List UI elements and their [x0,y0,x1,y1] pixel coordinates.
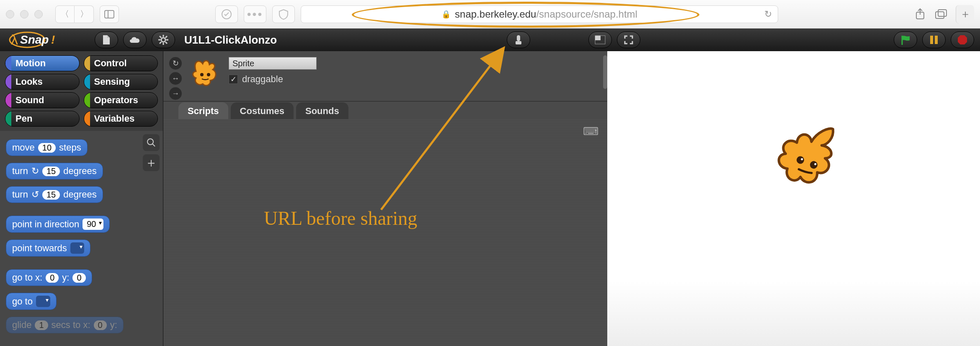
tab-sounds[interactable]: Sounds [296,102,348,119]
category-motion[interactable]: Motion [5,55,80,71]
turn-ccw-input[interactable]: 15 [42,190,60,200]
more-button[interactable]: ••• [244,5,266,23]
svg-rect-0 [105,10,114,18]
sprite-thumbnail[interactable] [188,55,222,91]
point-direction-input[interactable]: 90 [83,219,103,230]
svg-line-29 [152,144,155,146]
cloud-menu-button[interactable] [123,31,147,48]
close-window-icon[interactable] [6,10,14,18]
goto-target-input[interactable] [36,296,50,307]
svg-line-17 [165,42,167,44]
rotation-style-leftright[interactable]: ↔ [169,72,182,85]
project-title[interactable]: U1L1-ClickAlonzo [184,34,277,47]
svg-line-18 [165,36,167,38]
stage[interactable] [607,51,980,346]
block-turn-cw[interactable]: turn ↻ 15 degrees [6,163,103,180]
make-block-button[interactable]: ＋ [143,154,160,171]
annotation-text: URL before sharing [264,207,417,229]
sprite-on-stage[interactable] [771,114,846,202]
stage-handle-button[interactable] [507,31,530,48]
blocks-list: ＋ move 10 steps turn ↻ 15 degrees turn ↺… [0,131,163,346]
block-point-direction[interactable]: point in direction 90 [6,216,110,233]
url-host: snap.berkeley.edu [455,8,536,20]
search-blocks-button[interactable] [143,134,160,151]
move-steps-input[interactable]: 10 [38,143,56,153]
keyboard-entry-icon[interactable]: ⌨ [583,125,599,138]
address-bar[interactable]: 🔒 snap.berkeley.edu /snapsource/snap.htm… [301,5,778,23]
point-towards-input[interactable] [70,242,85,254]
panel-resize-handle[interactable] [603,55,607,89]
turn-cw-icon: ↻ [31,166,39,177]
show-tabs-button[interactable] [931,5,952,23]
file-menu-button[interactable] [95,31,118,48]
turn-ccw-icon: ↺ [31,189,39,200]
svg-text:!: ! [51,33,55,46]
category-operators[interactable]: Operators [84,92,158,108]
block-goto[interactable]: go to [6,293,57,310]
turn-cw-input[interactable]: 15 [42,166,60,176]
rotation-style-none[interactable]: → [169,87,182,100]
small-stage-button[interactable] [588,31,612,48]
goto-x-input[interactable]: 0 [46,273,59,283]
draggable-checkbox[interactable]: ✓ [229,75,238,84]
block-point-towards[interactable]: point towards [6,239,90,257]
category-sound[interactable]: Sound [5,92,80,108]
snap-toolbar: λ Snap ! U1L1-ClickAlonzo [0,29,980,51]
svg-point-28 [147,139,153,145]
svg-rect-5 [936,12,944,18]
category-looks[interactable]: Looks [5,74,80,90]
share-button[interactable] [910,5,931,23]
scripting-area: ↻ ↔ → ✓ draggable [163,51,607,346]
privacy-report-button[interactable] [215,5,238,23]
rotation-style-full[interactable]: ↻ [169,57,182,70]
category-pen[interactable]: Pen [5,111,80,127]
category-variables[interactable]: Variables [84,111,158,127]
reload-icon[interactable]: ↻ [764,9,772,20]
block-goto-xy[interactable]: go to x: 0 y: 0 [6,269,92,286]
svg-rect-23 [595,36,601,40]
svg-rect-21 [516,41,521,44]
tab-costumes[interactable]: Costumes [231,102,294,119]
back-button[interactable]: 〈 [55,5,75,23]
settings-menu-button[interactable] [152,31,175,48]
category-sensing[interactable]: Sensing [84,74,158,90]
svg-marker-27 [958,35,967,44]
svg-rect-20 [517,35,520,41]
glide-x-input[interactable]: 0 [94,320,107,330]
block-turn-ccw[interactable]: turn ↺ 15 degrees [6,186,103,203]
minimize-window-icon[interactable] [20,10,28,18]
tracking-shield-button[interactable] [272,5,295,23]
fullscreen-button[interactable] [617,31,640,48]
svg-text:Snap: Snap [20,33,49,46]
snap-logo[interactable]: λ Snap ! [6,29,90,50]
category-control[interactable]: Control [84,55,158,71]
svg-point-11 [161,38,165,42]
svg-line-16 [160,36,161,38]
block-palette: Motion Control Looks Sensing Sound Opera… [0,51,163,346]
svg-rect-6 [938,10,946,16]
lock-icon: 🔒 [441,10,451,19]
main-area: Motion Control Looks Sensing Sound Opera… [0,51,980,346]
sidebar-button[interactable] [100,5,119,23]
block-glide[interactable]: glide 1 secs to x: 0 y: [6,317,124,333]
stage-panel [607,51,980,346]
glide-secs-input[interactable]: 1 [35,320,48,330]
stop-button[interactable] [951,31,974,48]
draggable-label: draggable [242,74,283,85]
green-flag-button[interactable] [894,31,917,48]
new-tab-button[interactable]: ＋ [956,5,974,23]
goto-y-input[interactable]: 0 [72,273,85,283]
scripts-canvas[interactable]: ⌨ [163,119,607,346]
pause-button[interactable] [922,31,946,48]
block-move-steps[interactable]: move 10 steps [6,139,88,156]
svg-rect-26 [935,36,938,44]
sprite-name-input[interactable] [229,57,317,70]
svg-point-30 [200,73,204,76]
sprite-header: ↻ ↔ → ✓ draggable [163,51,607,101]
zoom-window-icon[interactable] [34,10,43,18]
forward-button[interactable]: 〉 [75,5,94,23]
svg-line-19 [160,42,161,44]
sprite-tabs: Scripts Costumes Sounds [163,101,607,119]
url-path: /snapsource/snap.html [536,8,637,20]
tab-scripts[interactable]: Scripts [178,102,228,119]
